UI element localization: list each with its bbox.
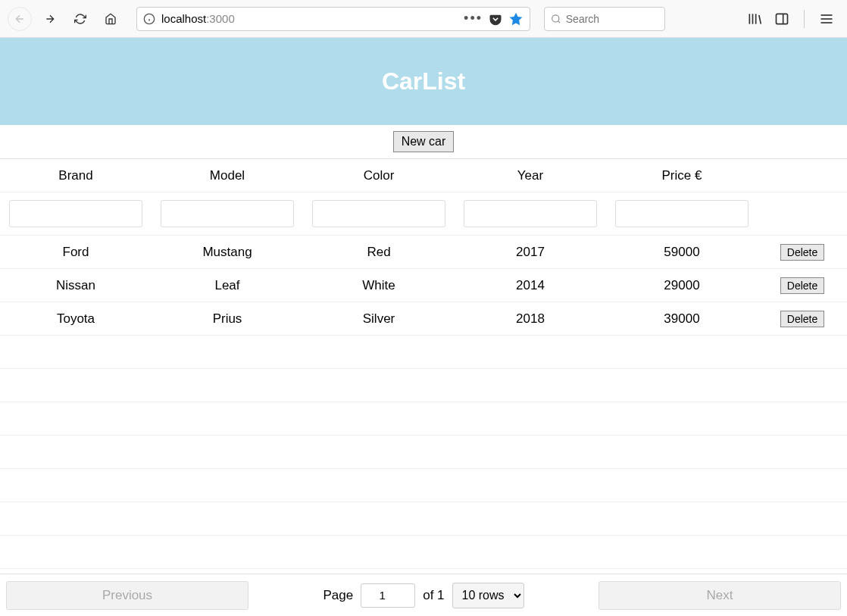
cell-color: Silver — [303, 305, 455, 333]
header-brand[interactable]: Brand — [0, 162, 152, 189]
cell-year: 2017 — [455, 239, 606, 266]
svg-line-8 — [759, 15, 761, 24]
delete-button[interactable]: Delete — [780, 277, 824, 294]
home-icon — [105, 13, 117, 25]
reload-button[interactable] — [68, 7, 92, 31]
cell-brand: Nissan — [0, 272, 152, 299]
reload-icon — [74, 13, 86, 25]
cell-model: Mustang — [152, 239, 303, 266]
table-row: Ford Mustang Red 2017 59000 Delete — [0, 236, 847, 269]
table-filter-row — [0, 192, 847, 236]
url-text: localhost:3000 — [161, 12, 458, 25]
search-input[interactable] — [566, 13, 658, 25]
divider — [804, 10, 805, 28]
cell-year: 2014 — [455, 272, 606, 299]
svg-point-3 — [552, 14, 559, 21]
table-row-empty — [0, 369, 847, 402]
header-model[interactable]: Model — [152, 162, 303, 189]
cell-price: 29000 — [606, 272, 758, 299]
cell-brand: Ford — [0, 239, 152, 266]
filter-year-input[interactable] — [464, 200, 598, 227]
arrow-right-icon — [44, 13, 56, 25]
table-row: Nissan Leaf White 2014 29000 Delete — [0, 269, 847, 302]
back-button[interactable] — [8, 7, 32, 31]
cars-table: Brand Model Color Year Price € Ford Must… — [0, 158, 847, 569]
more-icon[interactable]: ••• — [464, 11, 483, 27]
cell-model: Leaf — [152, 272, 303, 299]
bookmark-star-icon[interactable] — [508, 11, 524, 27]
table-row-empty — [0, 502, 847, 536]
next-button[interactable]: Next — [599, 581, 841, 610]
header-color[interactable]: Color — [303, 162, 455, 189]
delete-button[interactable]: Delete — [780, 311, 824, 327]
svg-line-4 — [558, 20, 560, 22]
header-year[interactable]: Year — [455, 162, 606, 189]
filter-color-input[interactable] — [312, 200, 446, 227]
rows-per-page-select[interactable]: 10 rows — [452, 583, 524, 608]
cell-price: 39000 — [606, 305, 758, 333]
pocket-icon[interactable] — [489, 12, 502, 26]
sidebar-icon[interactable] — [774, 11, 790, 27]
home-button[interactable] — [98, 7, 123, 31]
table-header-row: Brand Model Color Year Price € — [0, 159, 847, 192]
table-row-empty — [0, 336, 847, 369]
pagination: Previous Page of 1 10 rows Next — [0, 574, 847, 616]
table-row-empty — [0, 536, 847, 569]
cell-color: White — [303, 272, 455, 299]
new-car-button[interactable]: New car — [393, 131, 455, 152]
filter-model-input[interactable] — [161, 200, 295, 227]
cell-model: Prius — [152, 305, 303, 333]
info-icon — [143, 13, 155, 25]
previous-button[interactable]: Previous — [6, 581, 248, 610]
cell-brand: Toyota — [0, 305, 152, 333]
header-price[interactable]: Price € — [606, 162, 758, 189]
hamburger-menu-icon[interactable] — [818, 11, 835, 27]
library-icon[interactable] — [746, 11, 763, 27]
arrow-left-icon — [14, 13, 26, 25]
table-row: Toyota Prius Silver 2018 39000 Delete — [0, 302, 847, 336]
search-box[interactable] — [544, 7, 665, 31]
filter-brand-input[interactable] — [9, 200, 143, 227]
page-label: Page — [323, 588, 353, 603]
table-row-empty — [0, 402, 847, 436]
cell-year: 2018 — [455, 305, 606, 333]
filter-price-input[interactable] — [615, 200, 749, 227]
cell-price: 59000 — [606, 239, 758, 266]
header-action — [758, 170, 847, 182]
svg-rect-9 — [777, 14, 788, 23]
delete-button[interactable]: Delete — [780, 244, 824, 261]
forward-button[interactable] — [38, 7, 62, 31]
table-row-empty — [0, 469, 847, 502]
search-icon — [551, 13, 561, 25]
page-title: CarList — [382, 67, 465, 95]
address-bar[interactable]: localhost:3000 ••• — [136, 7, 530, 31]
page-number-input[interactable] — [361, 583, 415, 608]
table-row-empty — [0, 436, 847, 469]
page-of-label: of 1 — [423, 588, 444, 603]
banner: CarList — [0, 38, 847, 125]
cell-color: Red — [303, 239, 455, 266]
